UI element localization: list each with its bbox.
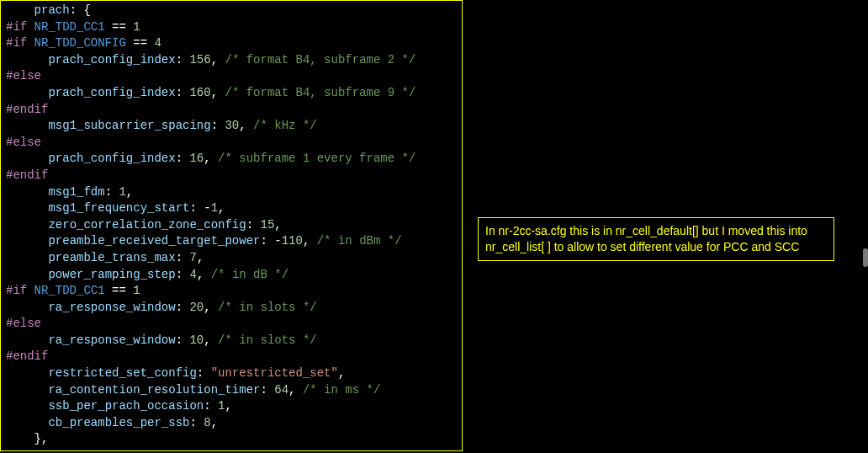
code-line: ra_response_window: 10, /* in slots */ [6, 333, 462, 349]
code-line: prach: { [6, 3, 462, 19]
code-line: msg1_frequency_start: -1, [6, 200, 462, 217]
code-line: ssb_per_prach_occasion: 1, [6, 398, 462, 415]
annotation-area: In nr-2cc-sa.cfg this is in nr_cell_defa… [463, 0, 868, 453]
code-line: #if NR_TDD_CC1 == 1 [6, 19, 462, 36]
code-line: #if NR_TDD_CONFIG == 4 [6, 35, 462, 52]
code-line: #else [6, 316, 462, 333]
code-line: }, [6, 431, 462, 448]
code-line: restricted_set_config: "unrestricted_set… [6, 365, 462, 382]
annotation-text: In nr-2cc-sa.cfg this is in nr_cell_defa… [485, 224, 807, 253]
code-line: #endif [6, 349, 462, 365]
code-line: power_ramping_step: 4, /* in dB */ [6, 267, 462, 284]
code-line: ra_contention_resolution_timer: 64, /* i… [6, 382, 462, 399]
code-line: #else [6, 68, 462, 85]
code-line: #endif [6, 102, 462, 119]
code-line: preamble_received_target_power: -110, /*… [6, 233, 462, 250]
code-line: #else [6, 135, 462, 152]
code-line: ra_response_window: 20, /* in slots */ [6, 300, 462, 317]
code-line: #if NR_TDD_CC1 == 1 [6, 283, 462, 300]
annotation-box: In nr-2cc-sa.cfg this is in nr_cell_defa… [478, 217, 834, 261]
code-line: prach_config_index: 16, /* subframe 1 ev… [6, 151, 462, 168]
scrollbar-thumb[interactable] [863, 248, 868, 267]
code-line: msg1_fdm: 1, [6, 184, 462, 201]
code-line: prach_config_index: 160, /* format B4, s… [6, 85, 462, 102]
code-line: zero_correlation_zone_config: 15, [6, 217, 462, 234]
code-line: #endif [6, 168, 462, 184]
code-line: preamble_trans_max: 7, [6, 250, 462, 267]
code-line: cb_preambles_per_ssb: 8, [6, 415, 462, 432]
code-line: prach_config_index: 156, /* format B4, s… [6, 52, 462, 69]
code-line: msg1_subcarrier_spacing: 30, /* kHz */ [6, 118, 462, 135]
code-panel: prach: {#if NR_TDD_CC1 == 1#if NR_TDD_CO… [0, 0, 463, 451]
